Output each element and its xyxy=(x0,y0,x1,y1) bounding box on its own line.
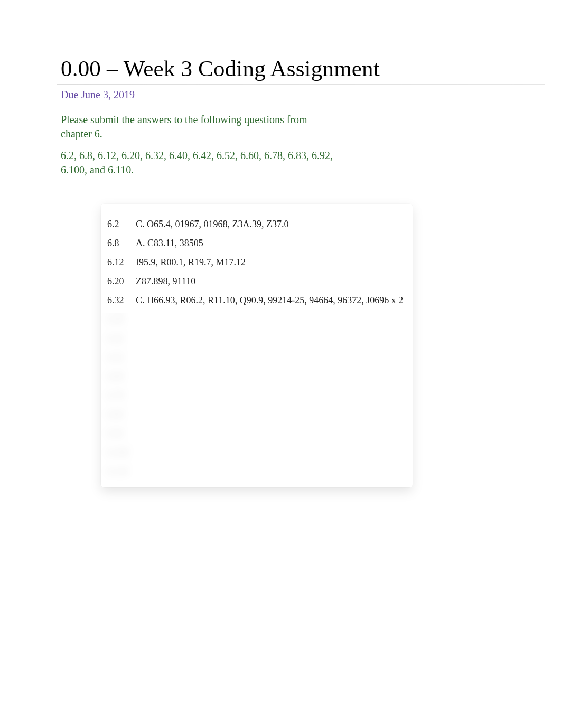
table-row-hidden: 6.83 xyxy=(105,406,408,425)
answer-text: I95.9, R00.1, R19.7, M17.12 xyxy=(134,253,408,272)
question-number: 6.32 xyxy=(105,291,134,310)
title-underline xyxy=(61,84,503,85)
answer-text-hidden xyxy=(134,444,408,463)
answers-table: 6.2 C. O65.4, 01967, 01968, Z3A.39, Z37.… xyxy=(105,215,408,481)
table-row-hidden: 6.52 xyxy=(105,348,408,367)
table-row-hidden: 6.110 xyxy=(105,463,408,482)
question-number: 6.100 xyxy=(105,444,134,463)
question-number: 6.20 xyxy=(105,272,134,291)
answer-text-hidden xyxy=(134,310,408,329)
answer-text-hidden xyxy=(134,386,408,406)
question-number: 6.78 xyxy=(105,386,134,406)
answers-table-card: 6.2 C. O65.4, 01967, 01968, Z3A.39, Z37.… xyxy=(101,204,413,487)
question-numbers-list: 6.2, 6.8, 6.12, 6.20, 6.32, 6.40, 6.42, … xyxy=(61,149,335,177)
question-number: 6.52 xyxy=(105,348,134,367)
answer-text-hidden xyxy=(134,329,408,348)
answer-text: Z87.898, 91110 xyxy=(134,272,408,291)
question-number: 6.12 xyxy=(105,253,134,272)
answer-text: C. H66.93, R06.2, R11.10, Q90.9, 99214-2… xyxy=(134,291,408,310)
document-page: 0.00 – Week 3 Coding Assignment Due June… xyxy=(0,0,561,728)
table-row: 6.20 Z87.898, 91110 xyxy=(105,272,408,291)
table-row: 6.32 C. H66.93, R06.2, R11.10, Q90.9, 99… xyxy=(105,291,408,310)
due-date: Due June 3, 2019 xyxy=(61,89,503,101)
instructions-text: Please submit the answers to the followi… xyxy=(61,113,309,141)
question-number: 6.42 xyxy=(105,329,134,348)
table-row: 6.12 I95.9, R00.1, R19.7, M17.12 xyxy=(105,253,408,272)
table-row-hidden: 6.42 xyxy=(105,329,408,348)
answer-text: C. O65.4, 01967, 01968, Z3A.39, Z37.0 xyxy=(134,215,408,234)
table-row-hidden: 6.78 xyxy=(105,386,408,406)
question-number: 6.110 xyxy=(105,463,134,482)
page-title: 0.00 – Week 3 Coding Assignment xyxy=(61,56,503,81)
answer-text-hidden xyxy=(134,348,408,367)
question-number: 6.60 xyxy=(105,367,134,386)
answer-text-hidden xyxy=(134,367,408,386)
table-row-hidden: 6.100 xyxy=(105,444,408,463)
answer-text-hidden xyxy=(134,425,408,444)
answer-text-hidden xyxy=(134,463,408,482)
question-number: 6.40 xyxy=(105,310,134,329)
answer-text-hidden xyxy=(134,406,408,425)
table-row-hidden: 6.92 xyxy=(105,425,408,444)
table-row: 6.2 C. O65.4, 01967, 01968, Z3A.39, Z37.… xyxy=(105,215,408,234)
question-number: 6.92 xyxy=(105,425,134,444)
answer-text: A. C83.11, 38505 xyxy=(134,234,408,253)
table-row-hidden: 6.60 xyxy=(105,367,408,386)
question-number: 6.2 xyxy=(105,215,134,234)
table-row: 6.8 A. C83.11, 38505 xyxy=(105,234,408,253)
question-number: 6.8 xyxy=(105,234,134,253)
table-row-hidden: 6.40 xyxy=(105,310,408,329)
question-number: 6.83 xyxy=(105,406,134,425)
